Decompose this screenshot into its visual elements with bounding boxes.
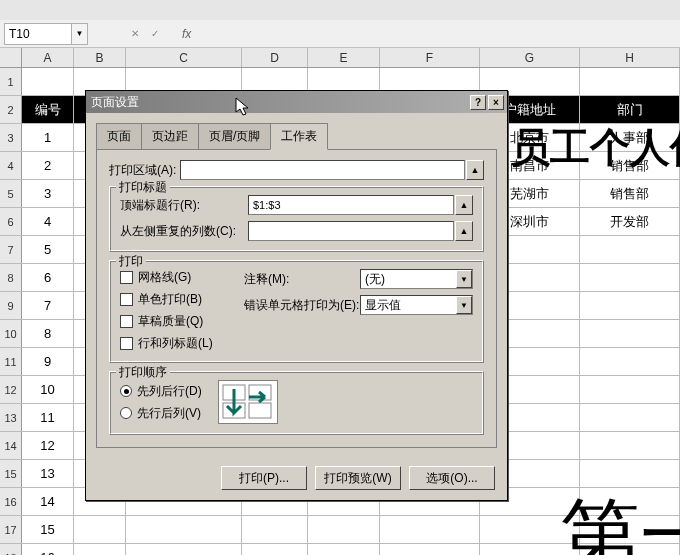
cell[interactable]: 14 bbox=[22, 488, 74, 515]
cell[interactable]: 10 bbox=[22, 376, 74, 403]
cell[interactable] bbox=[242, 544, 308, 555]
gridlines-checkbox[interactable] bbox=[120, 271, 133, 284]
left-cols-input[interactable] bbox=[248, 221, 454, 241]
dialog-tab[interactable]: 工作表 bbox=[270, 123, 328, 150]
cell[interactable] bbox=[380, 516, 480, 543]
bw-checkbox[interactable] bbox=[120, 293, 133, 306]
cell[interactable] bbox=[580, 404, 680, 431]
cell[interactable]: 1 bbox=[22, 124, 74, 151]
row-header[interactable]: 9 bbox=[0, 292, 22, 319]
row-header[interactable]: 8 bbox=[0, 264, 22, 291]
cell[interactable]: 15 bbox=[22, 516, 74, 543]
column-header[interactable]: C bbox=[126, 48, 242, 67]
cell[interactable] bbox=[308, 516, 380, 543]
cell[interactable]: 16 bbox=[22, 544, 74, 555]
column-header[interactable]: G bbox=[480, 48, 580, 67]
cell[interactable] bbox=[580, 432, 680, 459]
column-header[interactable]: B bbox=[74, 48, 126, 67]
order-down-radio[interactable] bbox=[120, 385, 132, 397]
row-header[interactable]: 16 bbox=[0, 488, 22, 515]
cell[interactable] bbox=[380, 544, 480, 555]
dialog-close-button[interactable]: × bbox=[488, 95, 504, 110]
column-header[interactable]: E bbox=[308, 48, 380, 67]
print-area-ref-button[interactable]: ▲ bbox=[466, 160, 484, 180]
row-header[interactable]: 1 bbox=[0, 68, 22, 95]
comments-select[interactable]: (无)▼ bbox=[360, 269, 473, 289]
fx-label[interactable]: fx bbox=[182, 27, 191, 41]
column-header[interactable]: D bbox=[242, 48, 308, 67]
row-header[interactable]: 5 bbox=[0, 180, 22, 207]
cell[interactable]: 部门 bbox=[580, 96, 680, 123]
draft-checkbox[interactable] bbox=[120, 315, 133, 328]
cell[interactable]: 2 bbox=[22, 152, 74, 179]
cell[interactable]: 销售部 bbox=[580, 180, 680, 207]
row-header[interactable]: 13 bbox=[0, 404, 22, 431]
cell[interactable]: 7 bbox=[22, 292, 74, 319]
print-button[interactable]: 打印(P)... bbox=[221, 466, 307, 490]
left-cols-label: 从左侧重复的列数(C): bbox=[120, 223, 248, 240]
cell[interactable]: 开发部 bbox=[580, 208, 680, 235]
row-header[interactable]: 3 bbox=[0, 124, 22, 151]
dialog-tab[interactable]: 页边距 bbox=[141, 123, 199, 149]
worksheet-title-text: 员工个人信 bbox=[510, 120, 680, 175]
name-box[interactable]: T10 bbox=[4, 23, 72, 45]
cell[interactable] bbox=[580, 348, 680, 375]
row-header[interactable]: 18 bbox=[0, 544, 22, 555]
cell[interactable]: 11 bbox=[22, 404, 74, 431]
cell[interactable]: 9 bbox=[22, 348, 74, 375]
cell[interactable]: 13 bbox=[22, 460, 74, 487]
rowcol-headings-checkbox[interactable] bbox=[120, 337, 133, 350]
cell[interactable] bbox=[126, 544, 242, 555]
cell[interactable] bbox=[580, 236, 680, 263]
cell[interactable] bbox=[242, 516, 308, 543]
row-header[interactable]: 12 bbox=[0, 376, 22, 403]
column-headers: ABCDEFGH bbox=[0, 48, 680, 68]
cell[interactable] bbox=[74, 544, 126, 555]
dialog-tab[interactable]: 页眉/页脚 bbox=[198, 123, 271, 149]
top-rows-ref-button[interactable]: ▲ bbox=[455, 195, 473, 215]
order-over-radio[interactable] bbox=[120, 407, 132, 419]
column-header[interactable]: H bbox=[580, 48, 680, 67]
comments-label: 注释(M): bbox=[244, 271, 360, 288]
select-all-corner[interactable] bbox=[0, 48, 22, 67]
cell[interactable]: 编号 bbox=[22, 96, 74, 123]
cell[interactable] bbox=[22, 68, 74, 95]
cell[interactable] bbox=[580, 320, 680, 347]
column-header[interactable]: A bbox=[22, 48, 74, 67]
cell[interactable] bbox=[308, 544, 380, 555]
cell[interactable] bbox=[580, 264, 680, 291]
row-header[interactable]: 17 bbox=[0, 516, 22, 543]
cell[interactable] bbox=[580, 376, 680, 403]
row-header[interactable]: 15 bbox=[0, 460, 22, 487]
print-preview-button[interactable]: 打印预览(W) bbox=[315, 466, 401, 490]
print-area-input[interactable] bbox=[180, 160, 465, 180]
row-header[interactable]: 4 bbox=[0, 152, 22, 179]
row-header[interactable]: 14 bbox=[0, 432, 22, 459]
cell[interactable]: 5 bbox=[22, 236, 74, 263]
top-rows-input[interactable] bbox=[248, 195, 454, 215]
cell[interactable]: 4 bbox=[22, 208, 74, 235]
cell[interactable]: 6 bbox=[22, 264, 74, 291]
row-header[interactable]: 2 bbox=[0, 96, 22, 123]
row-header[interactable]: 11 bbox=[0, 348, 22, 375]
cell[interactable] bbox=[580, 292, 680, 319]
dialog-tab[interactable]: 页面 bbox=[96, 123, 142, 149]
cell[interactable]: 3 bbox=[22, 180, 74, 207]
name-box-dropdown[interactable]: ▼ bbox=[72, 23, 88, 45]
row-header[interactable]: 6 bbox=[0, 208, 22, 235]
options-button[interactable]: 选项(O)... bbox=[409, 466, 495, 490]
cell[interactable]: 12 bbox=[22, 432, 74, 459]
cell[interactable] bbox=[74, 516, 126, 543]
dialog-tabs: 页面页边距页眉/页脚工作表 bbox=[86, 113, 507, 149]
cell[interactable]: 8 bbox=[22, 320, 74, 347]
dialog-help-button[interactable]: ? bbox=[470, 95, 486, 110]
errors-select[interactable]: 显示值▼ bbox=[360, 295, 473, 315]
cell[interactable] bbox=[126, 516, 242, 543]
row-header[interactable]: 10 bbox=[0, 320, 22, 347]
column-header[interactable]: F bbox=[380, 48, 480, 67]
cell[interactable] bbox=[580, 68, 680, 95]
bw-label: 单色打印(B) bbox=[138, 291, 202, 308]
row-header[interactable]: 7 bbox=[0, 236, 22, 263]
dialog-titlebar[interactable]: 页面设置 ? × bbox=[86, 91, 507, 113]
left-cols-ref-button[interactable]: ▲ bbox=[455, 221, 473, 241]
